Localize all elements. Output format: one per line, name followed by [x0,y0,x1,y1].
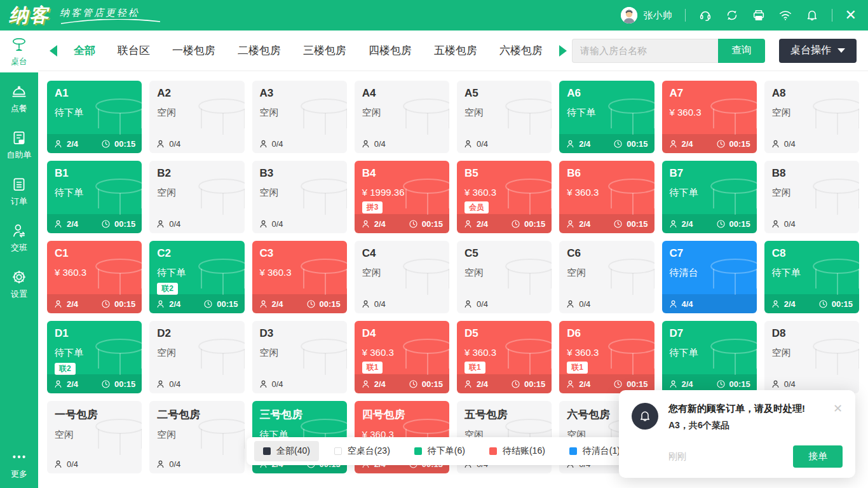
table-illustration [186,417,245,456]
table-card-B7[interactable]: B7待下单2/400:15 [662,161,757,233]
table-illustration [596,257,654,296]
sidebar-item-label: 订单 [11,196,27,207]
table-card-footer: 0/4 [252,214,347,233]
table-card-D6[interactable]: D6¥ 360.3联12/400:15 [559,321,654,393]
legend-item-空桌台(23)[interactable]: 空桌台(23) [325,441,399,461]
sidebar-item-自助单[interactable]: 自助单 [0,125,38,165]
sidebar-item-设置[interactable]: 设置 [0,264,38,304]
table-card-C3[interactable]: C3¥ 360.32/400:15 [252,241,347,313]
tab-一楼包房[interactable]: 一楼包房 [172,43,215,58]
legend-item-待结账(16)[interactable]: 待结账(16) [480,441,554,461]
printer-icon[interactable] [752,8,766,22]
table-illustration [801,177,859,216]
tab-联台区[interactable]: 联台区 [118,43,150,58]
sidebar-item-订单[interactable]: 订单 [0,171,38,212]
table-card-一号包房[interactable]: 一号包房空闲0/4 [47,401,142,473]
table-card-C8[interactable]: C8待下单2/400:15 [764,241,859,313]
table-card-C2[interactable]: C2待下单联22/400:15 [149,241,244,313]
table-card-A8[interactable]: A8空闲0/4 [764,81,859,153]
timer: 00:15 [716,219,750,229]
search-button[interactable]: 查询 [718,39,765,63]
accept-order-button[interactable]: 接单 [793,445,843,468]
tab-二楼包房[interactable]: 二楼包房 [238,43,281,58]
table-card-D7[interactable]: D7待下单2/400:15 [662,321,757,393]
shift-icon [11,222,27,239]
sidebar-item-label: 自助单 [7,149,32,161]
occupancy: 2/4 [53,139,78,149]
timer: 00:15 [409,379,443,389]
close-app-icon[interactable]: ✕ [845,8,857,22]
occupancy: 2/4 [259,299,283,309]
wifi-icon[interactable] [778,8,792,22]
table-card-A5[interactable]: A5空闲0/4 [457,81,552,153]
table-card-B6[interactable]: B6¥ 360.32/400:15 [559,161,654,233]
table-operations-button[interactable]: 桌台操作 [779,39,857,63]
table-illustration [83,257,142,296]
tab-全部[interactable]: 全部 [74,43,95,58]
tab-六楼包房[interactable]: 六楼包房 [499,43,543,58]
table-card-二号包房[interactable]: 二号包房空闲0/4 [149,401,244,473]
table-card-A1[interactable]: A1待下单2/400:15 [47,81,142,153]
table-tag-badge: 联1 [465,362,485,374]
table-search: 查询 [572,39,765,63]
tab-五楼包房[interactable]: 五楼包房 [434,43,477,58]
table-card-B1[interactable]: B1待下单2/400:15 [47,161,142,233]
tabs-scroll-left-icon[interactable] [50,45,57,57]
table-card-footer: 2/400:15 [47,294,142,313]
table-card-B4[interactable]: B4¥ 1999.36拼32/400:15 [355,161,449,233]
table-illustration [83,97,142,136]
table-card-footer: 0/4 [149,374,244,393]
headset-icon[interactable] [698,8,712,22]
table-card-A4[interactable]: A4空闲0/4 [355,81,449,153]
search-input[interactable] [572,39,718,63]
table-card-D1[interactable]: D1待下单联22/400:15 [47,321,142,393]
tabs-scroll-right-icon[interactable] [559,45,567,57]
table-card-C5[interactable]: C5空闲0/4 [457,241,552,313]
table-card-footer: 0/4 [149,454,244,473]
table-card-D5[interactable]: D5¥ 360.3联12/400:15 [457,321,552,393]
table-card-A2[interactable]: A2空闲0/4 [149,81,244,153]
sidebar-item-交班[interactable]: 交班 [0,217,38,258]
more-dots-icon [11,449,27,465]
tab-三楼包房[interactable]: 三楼包房 [303,43,346,58]
table-tag-badge: 联1 [362,362,383,374]
table-card-A7[interactable]: A7¥ 360.32/400:15 [662,81,757,153]
sync-icon[interactable] [725,8,739,22]
table-card-C7[interactable]: C7待清台4/4 [662,241,757,313]
table-card-A6[interactable]: A6待下单2/400:15 [559,81,654,153]
toast-title: 您有新的顾客订单，请及时处理! [668,403,823,415]
table-illustration [698,177,757,216]
table-card-footer: 2/400:15 [764,294,859,313]
table-card-B2[interactable]: B2空闲0/4 [149,161,244,233]
table-card-D8[interactable]: D8空闲0/4 [764,321,859,393]
username: 张小帅 [644,10,672,22]
tab-四楼包房[interactable]: 四楼包房 [369,43,412,58]
legend-item-待下单(6)[interactable]: 待下单(6) [405,441,474,461]
occupancy: 0/4 [259,379,283,389]
table-card-footer: 0/4 [252,134,347,153]
table-card-C1[interactable]: C1¥ 360.32/400:15 [47,241,142,313]
occupancy: 0/4 [259,219,283,229]
bell-icon[interactable] [805,8,819,22]
occupancy: 0/4 [53,459,78,469]
table-card-C6[interactable]: C6空闲0/4 [559,241,654,313]
sidebar-item-more[interactable]: 更多 [0,444,38,484]
sidebar-item-点餐[interactable]: 点餐 [0,78,38,119]
toast-close-icon[interactable]: ✕ [833,403,843,431]
table-card-D4[interactable]: D4¥ 360.3联12/400:15 [355,321,449,393]
occupancy: 2/4 [668,379,693,389]
table-card-B3[interactable]: B3空闲0/4 [252,161,347,233]
table-card-C4[interactable]: C4空闲0/4 [355,241,449,313]
occupancy: 0/4 [361,139,386,149]
legend-item-全部(40)[interactable]: 全部(40) [254,441,319,461]
legend-swatch-icon [334,447,342,455]
table-card-A3[interactable]: A3空闲0/4 [252,81,347,153]
toast-timestamp: 刚刚 [668,451,686,463]
table-card-D2[interactable]: D2空闲0/4 [149,321,244,393]
occupancy: 0/4 [156,379,180,389]
sidebar-item-桌台[interactable]: 桌台 [0,30,38,72]
table-card-B5[interactable]: B5¥ 360.3会员2/400:15 [457,161,552,233]
user-avatar[interactable] [621,7,637,24]
table-card-B8[interactable]: B8空闲0/4 [764,161,859,233]
table-card-D3[interactable]: D3空闲0/4 [252,321,347,393]
